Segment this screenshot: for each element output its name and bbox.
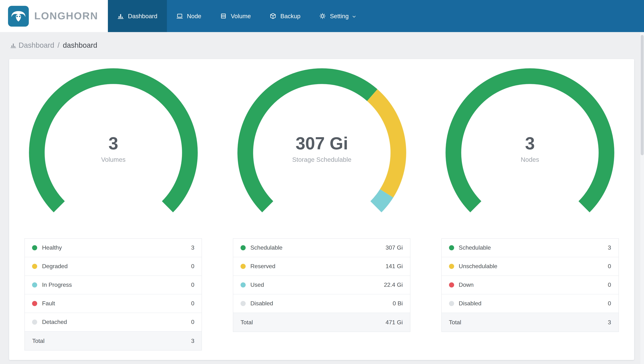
legend-total-label: Total xyxy=(32,338,191,344)
breadcrumb: Dashboard / dashboard xyxy=(0,32,644,59)
legend-total-value: 3 xyxy=(608,319,611,326)
legend-value: 141 Gi xyxy=(386,263,403,270)
red-dot xyxy=(449,282,454,288)
nav-item-backup[interactable]: Backup xyxy=(260,0,310,32)
cube-icon xyxy=(270,13,276,19)
yellow-dot xyxy=(240,264,246,269)
scrollbar-thumb[interactable] xyxy=(641,35,644,155)
laptop-icon xyxy=(176,13,183,19)
legend-total-value: 3 xyxy=(191,338,194,344)
legend-label: Healthy xyxy=(42,244,191,251)
legend-row: Detached0 xyxy=(25,313,202,332)
gauge-panel-volumes: 3VolumesHealthy3Degraded0In Progress0Fau… xyxy=(9,68,218,350)
gauge-nodes: 3Nodes xyxy=(445,68,614,229)
top-navbar: LONGHORN DashboardNodeVolumeBackupSettin… xyxy=(0,0,644,32)
legend-total-row: Total3 xyxy=(25,332,202,350)
legend-label: Schedulable xyxy=(459,244,608,251)
legend-value: 0 xyxy=(191,263,194,270)
legend-table-nodes: Schedulable3Unschedulable0Down0Disabled0… xyxy=(441,238,619,332)
gauge-panel-storage-schedulable: 307 GiStorage SchedulableSchedulable307 … xyxy=(218,68,426,350)
breadcrumb-section[interactable]: Dashboard xyxy=(18,41,54,50)
gray-dot xyxy=(449,301,454,306)
green-dot xyxy=(240,245,246,250)
legend-value: 0 xyxy=(608,263,611,270)
gray-dot xyxy=(240,301,246,306)
nav-item-node[interactable]: Node xyxy=(167,0,211,32)
longhorn-bull-logo-icon xyxy=(8,6,29,26)
legend-row: Fault0 xyxy=(25,294,202,313)
gauge-volumes: 3Volumes xyxy=(29,68,198,229)
bar-chart-icon xyxy=(117,13,124,19)
nav-item-label: Setting xyxy=(330,12,349,20)
green-dot xyxy=(32,245,37,250)
legend-row: Disabled0 xyxy=(442,294,618,313)
legend-label: Unschedulable xyxy=(459,263,608,270)
red-dot xyxy=(32,301,37,306)
legend-value: 0 xyxy=(608,300,611,307)
breadcrumb-separator: / xyxy=(58,41,60,50)
scrollbar[interactable] xyxy=(640,32,644,364)
legend-value: 0 xyxy=(191,319,194,326)
legend-label: In Progress xyxy=(42,282,191,288)
legend-row: Healthy3 xyxy=(25,239,202,257)
nav-item-volume[interactable]: Volume xyxy=(211,0,260,32)
legend-label: Reserved xyxy=(250,263,386,270)
legend-label: Used xyxy=(250,282,384,288)
legend-value: 22.4 Gi xyxy=(384,282,403,288)
logo[interactable]: LONGHORN xyxy=(0,0,108,32)
legend-value: 307 Gi xyxy=(386,244,403,251)
gauge-center-value: 307 Gi xyxy=(296,134,348,153)
nav-item-label: Backup xyxy=(280,12,300,20)
gray-dot xyxy=(32,320,37,325)
nav-item-label: Node xyxy=(187,12,201,20)
legend-label: Schedulable xyxy=(250,244,386,251)
gauge-center-label: Volumes xyxy=(101,156,126,163)
legend-label: Down xyxy=(459,282,608,288)
gauge-panel-nodes: 3NodesSchedulable3Unschedulable0Down0Dis… xyxy=(426,68,634,350)
yellow-dot xyxy=(32,264,37,269)
legend-row: Down0 xyxy=(442,276,618,294)
legend-value: 3 xyxy=(191,244,194,251)
legend-label: Fault xyxy=(42,300,191,307)
gauge-center-label: Nodes xyxy=(521,156,539,163)
gauge-storage-schedulable: 307 GiStorage Schedulable xyxy=(237,68,406,229)
legend-label: Disabled xyxy=(459,300,608,307)
legend-total-value: 471 Gi xyxy=(386,319,403,326)
legend-total-label: Total xyxy=(240,319,386,326)
legend-row: In Progress0 xyxy=(25,276,202,294)
legend-row: Used22.4 Gi xyxy=(233,276,410,294)
legend-total-row: Total471 Gi xyxy=(233,313,410,332)
legend-row: Unschedulable0 xyxy=(442,257,618,276)
legend-value: 0 xyxy=(191,300,194,307)
database-icon xyxy=(220,13,227,19)
legend-table-storage-schedulable: Schedulable307 GiReserved141 GiUsed22.4 … xyxy=(233,238,410,332)
legend-row: Degraded0 xyxy=(25,257,202,276)
app-root: LONGHORN DashboardNodeVolumeBackupSettin… xyxy=(0,0,644,364)
legend-label: Disabled xyxy=(250,300,393,307)
legend-value: 3 xyxy=(608,244,611,251)
dashboard-card: 3VolumesHealthy3Degraded0In Progress0Fau… xyxy=(9,59,634,360)
bar-chart-icon xyxy=(10,42,18,48)
legend-total-row: Total3 xyxy=(442,313,618,332)
gauge-center-value: 3 xyxy=(525,134,535,153)
gauge-center-value: 3 xyxy=(108,134,118,153)
legend-value: 0 xyxy=(191,282,194,288)
breadcrumb-page: dashboard xyxy=(63,41,97,50)
legend-row: Disabled0 Bi xyxy=(233,294,410,313)
logo-text: LONGHORN xyxy=(34,10,98,22)
teal-dot xyxy=(240,282,246,288)
gear-icon xyxy=(320,13,326,19)
main-nav: DashboardNodeVolumeBackupSetting xyxy=(108,0,366,32)
yellow-dot xyxy=(449,264,454,269)
nav-item-setting[interactable]: Setting xyxy=(310,0,366,32)
gauge-center-label: Storage Schedulable xyxy=(292,156,351,163)
nav-item-label: Dashboard xyxy=(128,12,157,20)
legend-label: Degraded xyxy=(42,263,191,270)
legend-row: Schedulable307 Gi xyxy=(233,239,410,257)
nav-item-label: Volume xyxy=(231,12,251,20)
legend-value: 0 xyxy=(608,282,611,288)
nav-item-dashboard[interactable]: Dashboard xyxy=(108,0,167,32)
gauge-panels: 3VolumesHealthy3Degraded0In Progress0Fau… xyxy=(9,68,634,350)
legend-value: 0 Bi xyxy=(393,300,403,307)
legend-table-volumes: Healthy3Degraded0In Progress0Fault0Detac… xyxy=(24,238,202,350)
